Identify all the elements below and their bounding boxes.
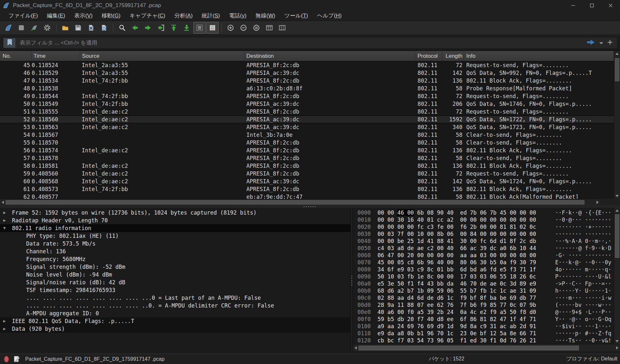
- packet-row[interactable]: 58 0.118581 Intel_de:ae:c2 APRESIA_8f:2c…: [0, 162, 614, 170]
- hex-row[interactable]: 0020 00 00 00 00 fc c3 fe 00 f6 2b 00 00…: [353, 223, 614, 230]
- packet-row[interactable]: 53 0.118563 Intel_de:ae:c2 APRESIA_ac:39…: [0, 123, 614, 131]
- resize-columns-button[interactable]: [263, 22, 275, 34]
- filter-dropdown-caret[interactable]: [599, 40, 604, 46]
- pane-splitter-vertical[interactable]: [350, 208, 353, 352]
- hex-bytes[interactable]: 06 47 00 20 00 00 00 00 aa aa 03 00 00 0…: [377, 252, 536, 259]
- packet-row[interactable]: 48 0.118538 a6:13:c0:2b:d8:8f 802.11 58 …: [0, 85, 614, 92]
- capture-comment-icon[interactable]: [14, 356, 20, 363]
- scrollbar-thumb[interactable]: [358, 346, 579, 350]
- minimize-button[interactable]: [564, 0, 583, 11]
- scrollbar-thumb[interactable]: [615, 214, 619, 258]
- packet-row[interactable]: 60 0.408568 Intel_de:ae:c2 APRESIA_ac:39…: [0, 177, 614, 185]
- detail-row[interactable]: ▶ Data (920 bytes): [0, 325, 350, 333]
- hex-row[interactable]: 0030 00 03 7f 00 10 00 8b 06 00 84 00 00…: [353, 230, 614, 238]
- packet-row[interactable]: 55 0.118570 APRESIA_8f:2c:db 802.11 58 C…: [0, 139, 614, 147]
- hex-row[interactable]: 00f0 59 b5 db 20 f7 40 d8 ee 6f 86 81 82…: [353, 316, 614, 323]
- packet-row[interactable]: 54 0.118567 Intel_3b:7a:0e 802.11 58 Cle…: [0, 131, 614, 139]
- hex-row[interactable]: 00b0 68 d6 a2 b7 1b 09 59 06 55 b7 fb 1c…: [353, 287, 614, 294]
- hex-row[interactable]: 0050 c4 03 a8 de ae c2 00 40 66 ac 39 dc…: [353, 245, 614, 252]
- hex-ascii[interactable]: ···%·A·A 0··m··,·: [555, 238, 611, 245]
- menu-item[interactable]: 移動(G): [97, 11, 125, 21]
- detail-row[interactable]: Noise level (dBm): -94 dBm: [0, 271, 350, 278]
- expand-arrow-icon[interactable]: ▶: [3, 325, 12, 333]
- packet-list-vertical-scrollbar[interactable]: [614, 51, 620, 199]
- menu-item[interactable]: 統計(S): [197, 11, 225, 21]
- menu-item[interactable]: 編集(E): [42, 11, 70, 21]
- scroll-up-button[interactable]: [614, 208, 620, 213]
- menu-item[interactable]: 表示(V): [70, 11, 97, 21]
- scroll-left-button[interactable]: [353, 345, 358, 350]
- hex-bytes[interactable]: a9 aa 24 69 76 69 d9 1d 9d 8a c9 31 ac a…: [377, 323, 536, 330]
- hex-ascii[interactable]: ········ ·+······: [555, 223, 611, 230]
- hex-bytes[interactable]: 00 03 7f 00 10 00 8b 06 00 84 00 00 00 0…: [377, 230, 536, 238]
- packet-list-horizontal-scrollbar[interactable]: [0, 199, 600, 205]
- expand-arrow-icon[interactable]: ▶: [3, 317, 12, 325]
- hex-row[interactable]: 0040 00 00 be 25 1d 41 88 41 30 00 fc 6d…: [353, 238, 614, 245]
- scroll-right-button[interactable]: [595, 199, 600, 205]
- hex-bytes[interactable]: e5 3e 50 f1 f4 43 bb da 46 70 de ae 0c 3…: [377, 280, 536, 287]
- add-filter-button[interactable]: [607, 39, 613, 47]
- column-header-destination[interactable]: Destination: [244, 51, 415, 61]
- column-header-protocol[interactable]: Protocol: [415, 51, 442, 61]
- hex-row[interactable]: 00d0 28 9a 11 88 07 ee 62 76 7f b6 f9 85…: [353, 301, 614, 308]
- column-header-time[interactable]: Time: [32, 51, 80, 61]
- zoom-original-button[interactable]: [250, 22, 263, 34]
- hex-bytes[interactable]: 40 a6 00 f0 a5 39 2b 24 0a 4c e2 f9 a5 5…: [377, 308, 536, 316]
- packet-row[interactable]: 61 0.408573 Intel_74:2f:bb APRESIA_8f:2c…: [0, 185, 614, 193]
- hex-ascii[interactable]: P······· ····U·&l: [555, 273, 611, 280]
- expand-arrow-icon[interactable]: ▼: [3, 224, 12, 232]
- hex-ascii[interactable]: ··0·@··· ········: [555, 216, 611, 223]
- display-filter-input[interactable]: [19, 39, 586, 46]
- column-header-no[interactable]: No.: [0, 51, 32, 61]
- hex-bytes[interactable]: 00 00 be 25 1d 41 88 41 30 00 fc 6d d1 8…: [377, 238, 536, 245]
- menu-item[interactable]: 分析(A): [170, 11, 197, 21]
- hex-ascii[interactable]: ····m··· ·····i·w: [555, 294, 611, 301]
- scroll-down-button[interactable]: [614, 193, 620, 199]
- expand-arrow-icon[interactable]: [3, 232, 12, 240]
- packet-row[interactable]: 46 0.118529 Intel_2a:a3:55 APRESIA_ac:39…: [0, 69, 614, 77]
- detail-row[interactable]: .... .... .... .... .... .... .... ...0 …: [0, 294, 350, 302]
- hex-ascii[interactable]: (·····bv ····w···: [555, 301, 611, 308]
- colorize-button[interactable]: [206, 22, 219, 34]
- hex-bytes[interactable]: 00 00 30 16 40 01 cc a2 00 00 00 00 00 0…: [377, 216, 536, 223]
- hex-horizontal-scrollbar[interactable]: [353, 344, 620, 351]
- hex-bytes[interactable]: 68 d6 a2 b7 1b 09 59 06 55 b7 fb 1c 1c a…: [377, 287, 536, 294]
- expand-arrow-icon[interactable]: [3, 302, 12, 309]
- expand-arrow-icon[interactable]: [3, 271, 12, 278]
- hex-bytes[interactable]: 28 9a 11 88 07 ee 62 76 7f b6 f9 85 77 0…: [377, 301, 536, 308]
- column-header-length[interactable]: Length: [442, 51, 464, 61]
- packet-row[interactable]: 56 0.118574 Intel_de:ae:c2 APRESIA_8f:2c…: [0, 147, 614, 154]
- hex-ascii[interactable]: ······p· #···Z·fq: [555, 330, 611, 337]
- hex-ascii[interactable]: E···k·@· ··0···0y: [555, 259, 611, 266]
- hex-vertical-scrollbar[interactable]: [614, 208, 620, 344]
- hex-bytes[interactable]: cb bc f7 03 54 73 96 05 f1 ed 30 f1 0d 7…: [377, 337, 536, 344]
- hex-ascii[interactable]: @····9+$ ·L···P··: [555, 308, 611, 316]
- display-filter-field[interactable]: [3, 37, 617, 49]
- stop-capture-button[interactable]: [15, 22, 27, 34]
- hex-ascii[interactable]: ··$ivi·· ···1··-·: [555, 323, 611, 330]
- hex-row[interactable]: 00e0 40 a6 00 f0 a5 39 2b 24 0a 4c e2 f9…: [353, 308, 614, 316]
- hex-bytes[interactable]: 45 00 05 c8 6b 96 40 00 80 06 30 b5 0a f…: [377, 259, 536, 266]
- scroll-right-button[interactable]: [615, 345, 620, 350]
- expand-arrow-icon[interactable]: [3, 309, 12, 317]
- packet-row[interactable]: 59 0.408560 Intel_de:ae:c2 APRESIA_8f:2c…: [0, 170, 614, 177]
- hex-row[interactable]: 00c0 02 88 aa d4 6d de d6 1c f9 bf 8f ba…: [353, 294, 614, 301]
- menu-item[interactable]: ツール(T): [280, 11, 313, 21]
- start-capture-button[interactable]: [2, 22, 15, 34]
- expand-arrow-icon[interactable]: [3, 263, 12, 271]
- hex-ascii[interactable]: ·G· ···· ········: [555, 252, 611, 259]
- expand-arrow-icon[interactable]: ▶: [3, 217, 12, 224]
- hex-row[interactable]: 0120 cb bc f7 03 54 73 96 05 f1 ed 30 f1…: [353, 337, 614, 344]
- scrollbar-thumb[interactable]: [5, 200, 584, 205]
- zoom-out-button[interactable]: [237, 22, 250, 34]
- hex-bytes[interactable]: 59 b5 db 20 f7 40 d8 ee 6f 86 81 82 47 1…: [377, 316, 536, 323]
- auto-scroll-button[interactable]: [193, 22, 206, 34]
- goto-packet-button[interactable]: [155, 22, 167, 34]
- scrollbar-thumb[interactable]: [615, 58, 619, 81]
- apply-filter-button[interactable]: [586, 38, 596, 48]
- hex-bytes[interactable]: 02 88 aa d4 6d de d6 1c f9 bf 8f ba be 6…: [377, 294, 536, 301]
- reload-file-button[interactable]: [98, 22, 110, 34]
- last-packet-button[interactable]: [181, 22, 193, 34]
- detail-row[interactable]: Channel: 136: [0, 248, 350, 255]
- hex-row[interactable]: 0000 00 00 46 00 6b 08 90 40 ed 7b 06 7b…: [353, 209, 614, 216]
